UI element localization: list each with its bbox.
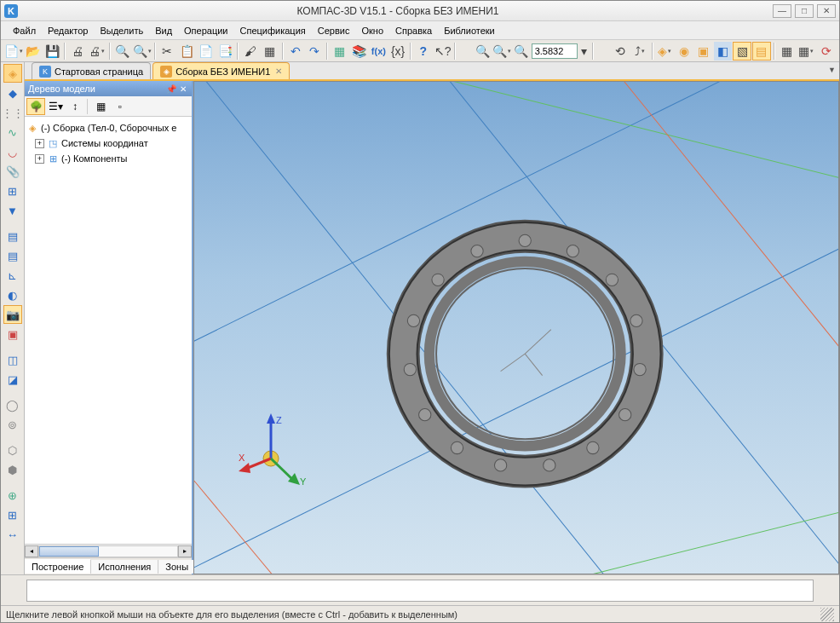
scroll-track[interactable] — [38, 545, 178, 557]
tab-assembly-doc[interactable]: ◈ Сборка БЕЗ ИМЕНИ1 ✕ — [152, 62, 290, 79]
whatsthis-button[interactable]: ↖? — [434, 42, 452, 61]
orientation-triad[interactable]: Z X Y — [237, 412, 305, 480]
zoom-scale-button[interactable]: 🔍 — [492, 42, 511, 61]
mcad-button[interactable]: ◐ — [3, 286, 22, 304]
new-button[interactable]: 📄 — [4, 42, 23, 61]
constraint-button[interactable]: ⊞ — [3, 505, 22, 524]
wireframe-button[interactable]: ◈ — [656, 42, 675, 61]
panel-close-button[interactable]: ✕ — [178, 84, 188, 94]
resize-grip[interactable] — [820, 608, 834, 621]
shaded-edges-button[interactable]: ◧ — [714, 42, 733, 61]
array-button[interactable]: ⊞ — [3, 182, 22, 200]
scroll-right-button[interactable]: ▸ — [178, 545, 192, 557]
menu-file[interactable]: Файл — [8, 24, 41, 37]
scroll-thumb[interactable] — [39, 546, 99, 557]
scroll-left-button[interactable]: ◂ — [25, 545, 38, 557]
tree-sort-button[interactable]: ↕ — [66, 98, 84, 115]
print-dd-button[interactable]: 🖨 — [88, 42, 106, 61]
move-button[interactable]: ⬢ — [3, 460, 22, 479]
maximize-button[interactable]: □ — [795, 4, 814, 18]
menu-select[interactable]: Выделить — [95, 24, 148, 37]
section-button[interactable]: ▦ — [778, 42, 797, 61]
surface-button[interactable]: ◡ — [3, 142, 22, 161]
mate-button[interactable]: ⊕ — [3, 486, 22, 505]
properties-button[interactable]: ▦ — [261, 42, 279, 61]
curve-button[interactable]: ∿ — [3, 123, 22, 141]
elements-button[interactable]: ▣ — [3, 325, 22, 343]
add-part-button[interactable]: ◆ — [3, 84, 22, 102]
tabs-dropdown-button[interactable]: ▼ — [828, 66, 836, 74]
help-button[interactable]: ? — [414, 42, 433, 61]
command-input[interactable] — [26, 580, 814, 602]
calc-button[interactable]: ▦ — [331, 42, 349, 61]
menu-service[interactable]: Сервис — [313, 24, 355, 37]
save-button[interactable]: 💾 — [43, 42, 62, 61]
tree-root-node[interactable]: ◈ (-) Сборка (Тел-0, Сборочных е — [26, 120, 190, 136]
dimension-button[interactable]: ↔ — [3, 525, 22, 544]
orient-button[interactable]: ⤴ — [630, 42, 649, 61]
undo-button[interactable]: ↶ — [286, 42, 305, 61]
copy-button[interactable]: 📋 — [177, 42, 196, 61]
menu-spec[interactable]: Спецификация — [235, 24, 311, 37]
rotate-button[interactable]: ⟲ — [611, 42, 630, 61]
fx-button[interactable]: f(x) — [370, 42, 388, 61]
filter-button[interactable]: ▼ — [3, 201, 22, 220]
print-button[interactable]: 🖨 — [68, 42, 87, 61]
vars-button[interactable]: {x} — [388, 42, 407, 61]
color-body-button[interactable]: ▧ — [733, 42, 751, 61]
menu-libs[interactable]: Библиотеки — [439, 24, 500, 37]
menu-operations[interactable]: Операции — [179, 24, 233, 37]
rebuild-button[interactable]: ⟳ — [817, 42, 836, 61]
geometry-button[interactable]: ⋮⋮ — [3, 103, 22, 122]
menu-edit[interactable]: Редактор — [43, 24, 93, 37]
tree-view-button[interactable]: 🌳 — [26, 98, 45, 115]
tab-exec[interactable]: Исполнения — [91, 560, 158, 574]
assembly-op-button[interactable]: ⬡ — [3, 441, 22, 459]
perspective-button[interactable]: ▣ — [694, 42, 713, 61]
tree-filter-button[interactable]: ☰▾ — [46, 98, 65, 115]
minimize-button[interactable]: — — [773, 4, 791, 18]
menu-window[interactable]: Окно — [356, 24, 388, 37]
paste-button[interactable]: 📄 — [197, 42, 216, 61]
camera-button[interactable]: 📷 — [3, 305, 22, 324]
preview-dd-button[interactable]: 🔍 — [133, 42, 152, 61]
thread-button[interactable]: ⊚ — [3, 415, 22, 434]
simplify-button[interactable]: ▤ — [752, 42, 771, 61]
tab-close-button[interactable]: ✕ — [275, 66, 282, 76]
attach-button[interactable]: 📎 — [3, 162, 22, 181]
3d-viewport[interactable]: Z X Y — [193, 81, 839, 574]
brush-button[interactable]: 🖌 — [241, 42, 260, 61]
shell-button[interactable]: ◪ — [3, 370, 22, 389]
hole-button[interactable]: ◯ — [3, 395, 22, 414]
section-dd-button[interactable]: ▦ — [797, 42, 816, 61]
tree-scrollbar[interactable]: ◂ ▸ — [25, 544, 192, 557]
copy2-button[interactable]: 📑 — [216, 42, 235, 61]
measure-button[interactable]: ⊾ — [3, 266, 22, 285]
zoom-input[interactable] — [532, 43, 578, 59]
close-button[interactable]: ✕ — [817, 4, 836, 18]
zoom-dd-button[interactable]: ▾ — [578, 42, 590, 61]
menu-view[interactable]: Вид — [150, 24, 177, 37]
pin-button[interactable]: 📌 — [166, 84, 176, 94]
preview-button[interactable]: 🔍 — [113, 42, 132, 61]
tree-expand-button[interactable]: ▦ — [91, 98, 110, 115]
expand-toggle[interactable]: + — [35, 154, 44, 164]
open-button[interactable]: 📂 — [24, 42, 43, 61]
tab-start-page[interactable]: K Стартовая страница — [32, 62, 151, 79]
zoom-fit-button[interactable]: 🔍 — [473, 42, 492, 61]
tab-build[interactable]: Построение — [25, 559, 91, 574]
menu-help[interactable]: Справка — [390, 24, 437, 37]
spec-button[interactable]: ▤ — [3, 227, 22, 245]
cut-button[interactable]: ✂ — [158, 42, 177, 61]
tree-coord-node[interactable]: + ◳ Системы координат — [26, 136, 190, 151]
redo-button[interactable]: ↷ — [305, 42, 324, 61]
expand-toggle[interactable]: + — [35, 139, 44, 148]
shaded-button[interactable]: ◉ — [675, 42, 693, 61]
tree-components-node[interactable]: + ⊞ (-) Компоненты — [26, 151, 190, 166]
tree-collapse-button[interactable]: ▫ — [111, 98, 129, 115]
body-button[interactable]: ◫ — [3, 350, 22, 369]
edit-assembly-button[interactable]: ◈ — [3, 64, 22, 83]
report-button[interactable]: ▤ — [3, 246, 22, 265]
tab-zones[interactable]: Зоны — [158, 560, 196, 574]
zoom-in-button[interactable]: 🔍 — [512, 42, 531, 61]
